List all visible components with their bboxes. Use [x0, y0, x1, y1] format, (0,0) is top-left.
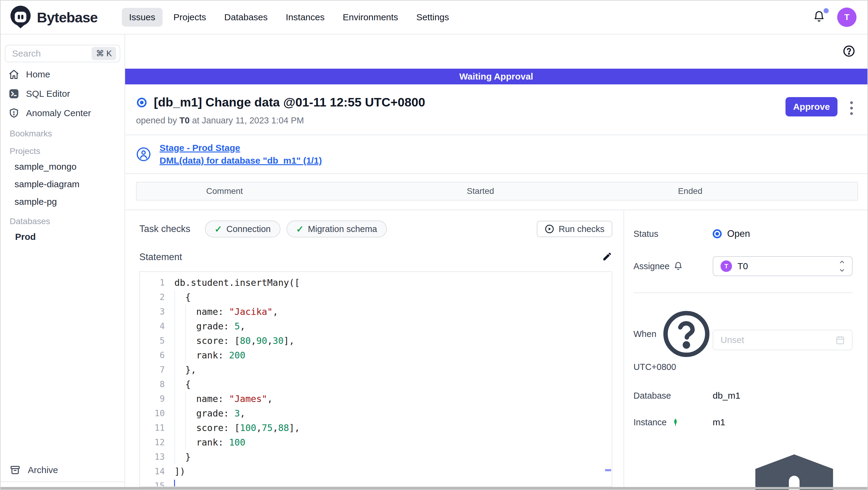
- line-number: 15: [140, 479, 170, 487]
- instance-value: m1: [713, 417, 852, 427]
- statement-label: Statement: [139, 252, 182, 263]
- line-number: 11: [140, 421, 170, 435]
- nav-settings[interactable]: Settings: [409, 8, 456, 27]
- issue-opener: T0: [180, 116, 190, 125]
- line-number: 10: [140, 406, 170, 421]
- assignee-value: T0: [738, 261, 748, 271]
- sidebar-item-archive[interactable]: Archive: [1, 460, 125, 480]
- code-line[interactable]: 1db.student.insertMany([: [140, 276, 612, 290]
- nav-projects[interactable]: Projects: [166, 8, 213, 27]
- search-input[interactable]: [12, 49, 92, 59]
- line-number: 6: [140, 348, 170, 363]
- column-ended: Ended: [678, 186, 702, 196]
- code-line[interactable]: 13 }: [140, 450, 612, 464]
- assignee-label: Assignee: [633, 261, 713, 271]
- stage-link[interactable]: Stage - Prod Stage: [160, 143, 322, 153]
- issue-open-status-icon: [137, 98, 147, 107]
- archive-label: Archive: [28, 465, 58, 475]
- sidebar-item-sql-editor[interactable]: SQL Editor: [1, 84, 125, 104]
- sidebar-section-projects: Projects: [1, 140, 125, 158]
- editor-cursor: [174, 480, 175, 487]
- line-number: 7: [140, 363, 170, 377]
- line-number: 4: [140, 319, 170, 334]
- database-label: Database: [633, 391, 713, 401]
- nav-instances[interactable]: Instances: [279, 8, 332, 27]
- help-circle-icon: [660, 308, 713, 360]
- home-icon: [8, 69, 19, 80]
- notification-bell-icon[interactable]: [813, 10, 826, 24]
- code-line[interactable]: 7 },: [140, 363, 612, 377]
- code-line[interactable]: 8 {: [140, 377, 612, 392]
- line-number: 14: [140, 464, 170, 479]
- more-options-icon[interactable]: [849, 100, 854, 116]
- app-window: Bytebase Issues Projects Databases Insta…: [0, 0, 868, 490]
- task-link[interactable]: DML(data) for database "db_m1" (1/1): [160, 155, 322, 166]
- sidebar-project-sample-mongo[interactable]: sample_mongo: [1, 158, 125, 175]
- check-connection[interactable]: ✓ Connection: [205, 221, 280, 237]
- statement-editor[interactable]: 1db.student.insertMany([2 {3 name: "Jaci…: [139, 271, 612, 487]
- instance-label: Instance: [633, 417, 713, 427]
- bytebase-logo[interactable]: Bytebase: [8, 5, 98, 29]
- sidebar-database-prod[interactable]: Prod: [1, 228, 125, 246]
- sidebar-item-anomaly-center[interactable]: Anomaly Center: [1, 104, 125, 123]
- help-icon[interactable]: [843, 45, 855, 59]
- code-line[interactable]: 11 score: [100,75,88],: [140, 421, 612, 435]
- when-datetime-input[interactable]: Unset: [713, 330, 852, 350]
- issue-opened-line: opened by T0 at January 11, 2023 1:04 PM: [125, 110, 867, 125]
- user-avatar[interactable]: T: [837, 7, 857, 27]
- mongodb-leaf-icon: [671, 418, 680, 427]
- code-line[interactable]: 15: [140, 479, 612, 487]
- nav-environments[interactable]: Environments: [336, 8, 405, 27]
- edit-statement-icon[interactable]: [602, 251, 612, 263]
- play-circle-icon: [545, 224, 554, 234]
- code-line[interactable]: 9 name: "James",: [140, 392, 612, 406]
- sidebar-item-label: Anomaly Center: [26, 108, 91, 118]
- sidebar-project-sample-diagram[interactable]: sample-diagram: [1, 175, 125, 193]
- code-line[interactable]: 4 grade: 5,: [140, 319, 612, 334]
- window-bottom-edge: [1, 487, 867, 489]
- approval-banner-text: Waiting Approval: [459, 71, 533, 82]
- assignee-select[interactable]: T T0: [713, 256, 852, 276]
- calendar-icon: [835, 335, 845, 345]
- line-number: 13: [140, 450, 170, 464]
- line-number: 2: [140, 290, 170, 305]
- nav-issues[interactable]: Issues: [122, 8, 163, 27]
- sidebar-item-label: Home: [26, 69, 50, 80]
- nav-databases[interactable]: Databases: [217, 8, 275, 27]
- line-number: 5: [140, 334, 170, 348]
- code-line[interactable]: 6 rank: 200: [140, 348, 612, 363]
- code-line[interactable]: 12 rank: 100: [140, 435, 612, 450]
- sidebar-item-label: SQL Editor: [26, 89, 70, 99]
- approve-button[interactable]: Approve: [785, 97, 837, 116]
- sidebar-divider: [633, 292, 852, 293]
- search-box[interactable]: ⌘ K: [5, 45, 120, 62]
- archive-icon: [10, 465, 21, 475]
- code-line[interactable]: 10 grade: 3,: [140, 406, 612, 421]
- when-timezone: UTC+0800: [633, 362, 713, 372]
- task-run-table: Comment Started Ended: [125, 174, 867, 210]
- code-line[interactable]: 2 {: [140, 290, 612, 305]
- when-placeholder: Unset: [720, 335, 744, 345]
- check-passed-icon: ✓: [296, 224, 304, 234]
- column-started: Started: [467, 186, 494, 196]
- assignee-bell-icon[interactable]: [674, 262, 683, 271]
- line-number: 9: [140, 392, 170, 406]
- notification-dot: [824, 8, 829, 13]
- sidebar-bottom-divider: [1, 482, 125, 482]
- code-line[interactable]: 3 name: "Jacika",: [140, 305, 612, 319]
- select-chevrons-icon: [838, 258, 846, 275]
- stage-user-circle-icon: [136, 147, 151, 162]
- database-value: db_m1: [713, 391, 852, 401]
- task-checks-label: Task checks: [139, 224, 190, 234]
- code-line[interactable]: 14]): [140, 464, 612, 479]
- sidebar-item-home[interactable]: Home: [1, 65, 125, 84]
- code-line[interactable]: 5 score: [80,90,30],: [140, 334, 612, 348]
- sidebar-project-sample-pg[interactable]: sample-pg: [1, 193, 125, 210]
- sidebar-section-bookmarks: Bookmarks: [1, 123, 125, 140]
- brand-name: Bytebase: [37, 9, 98, 26]
- run-checks-button[interactable]: Run checks: [537, 221, 612, 237]
- search-shortcut-badge: ⌘ K: [92, 47, 116, 60]
- sidebar: ⌘ K Home SQL Editor Anomaly Center Bookm…: [1, 34, 125, 487]
- check-migration-schema[interactable]: ✓ Migration schema: [286, 221, 387, 237]
- sidebar-section-databases: Databases: [1, 210, 125, 228]
